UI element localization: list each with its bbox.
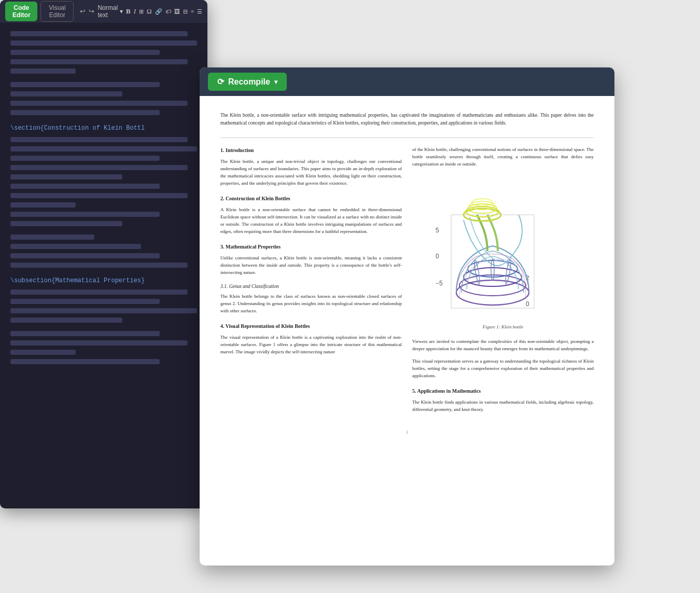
section-2-title: 2. Construction of Klein Bottles [220, 195, 402, 202]
svg-text:0: 0 [526, 300, 529, 308]
table-icon[interactable]: ⊞ [139, 8, 144, 15]
list2-icon[interactable]: ☰ [197, 8, 202, 15]
abstract-text: The Klein bottle, a non-orientable surfa… [220, 112, 594, 127]
redo-icon[interactable]: ↪ [89, 7, 94, 16]
klein-bottle-chart: −4 −2 0 2 0 5 −5 2 0 −2 [436, 173, 570, 319]
section-5-body: The Klein bottle finds applications in v… [412, 399, 594, 413]
link-icon[interactable]: 🔗 [155, 8, 162, 15]
code-line [10, 68, 76, 74]
klein-figure: −4 −2 0 2 0 5 −5 2 0 −2 [412, 173, 594, 331]
list-icon[interactable]: ≡ [191, 8, 194, 15]
code-line [10, 340, 188, 346]
svg-point-25 [505, 259, 512, 284]
code-line [10, 289, 188, 295]
figure-caption: Figure 1: Klein bottle [412, 324, 594, 331]
code-line [10, 174, 122, 180]
visual-editor-panel: ⟳ Recompile ▾ The Klein bottle, a non-or… [200, 67, 614, 566]
section-divider [220, 137, 594, 138]
code-line [10, 221, 122, 226]
code-line [10, 244, 141, 249]
grid-icon[interactable]: ⊟ [183, 8, 188, 15]
section-1-title: 1. Introduction [220, 146, 402, 154]
code-line [10, 263, 188, 268]
svg-text:−2: −2 [470, 318, 477, 319]
code-line [10, 359, 160, 364]
code-line [10, 101, 188, 106]
code-line [10, 50, 160, 55]
italic-icon[interactable]: I [134, 7, 136, 16]
code-line [10, 156, 160, 161]
code-line [10, 308, 197, 313]
tab-code-editor[interactable]: Code Editor [5, 2, 37, 21]
tab-visual-editor[interactable]: Visual Editor [40, 1, 74, 22]
two-column-layout: 1. Introduction The Klein bottle, a uniq… [220, 146, 594, 418]
section-4-body: The visual representation of a Klein bot… [220, 334, 402, 356]
format-dropdown[interactable]: Normal text ▾ [97, 4, 123, 19]
section-4-title: 4. Visual Representation of Klein Bottle… [220, 322, 402, 330]
recompile-label: Recompile [228, 77, 270, 87]
tag-icon[interactable]: 🏷 [165, 8, 171, 15]
refresh-icon: ⟳ [217, 77, 224, 87]
svg-text:−5: −5 [436, 280, 443, 287]
document-content: The Klein bottle, a non-orientable surfa… [200, 96, 614, 566]
right-col-para2: This visual representation serves as a g… [412, 358, 594, 380]
code-line [10, 82, 160, 87]
subsection-label: \subsection{Mathematical Properties} [10, 277, 197, 284]
svg-text:0: 0 [491, 318, 494, 319]
svg-text:2: 2 [511, 318, 515, 319]
section-2-body: A Klein bottle is a non-orientable surfa… [220, 206, 402, 236]
code-line [10, 299, 160, 304]
chevron-down-icon: ▾ [120, 8, 123, 15]
code-line [10, 146, 197, 151]
section-3-title: 3. Mathematical Properties [220, 243, 402, 251]
section-31-body: The Klein bottle belongs to the class of… [220, 293, 402, 315]
right-column: of the Klein bottle, challenging convent… [412, 146, 594, 418]
format-label: Normal text [97, 4, 118, 19]
code-line [10, 184, 160, 189]
section-1-body: The Klein bottle, a unique and non-trivi… [220, 158, 402, 187]
code-line [10, 165, 188, 170]
svg-text:0: 0 [436, 253, 439, 260]
code-line [10, 318, 122, 323]
code-line [10, 91, 122, 96]
editor-toolbar: Code Editor Visual Editor ↩ ↪ Normal tex… [0, 0, 207, 23]
section-label: \section{Construction of Klein Bottl [10, 125, 197, 132]
section-5-title: 5. Applications in Mathematics [412, 387, 594, 395]
code-line [10, 253, 160, 258]
code-line [10, 31, 188, 36]
code-editor-panel: Code Editor Visual Editor ↩ ↪ Normal tex… [0, 0, 207, 508]
code-line [10, 40, 197, 46]
recompile-chevron-icon: ▾ [274, 78, 277, 86]
code-line [10, 331, 160, 336]
code-line [10, 137, 188, 142]
left-column: 1. Introduction The Klein bottle, a uniq… [220, 146, 402, 418]
bold-icon[interactable]: B [126, 7, 131, 16]
svg-point-23 [473, 259, 481, 284]
right-col-para1: Viewers are invited to contemplate the c… [412, 338, 594, 353]
code-line [10, 235, 94, 240]
code-line [10, 212, 160, 217]
svg-text:5: 5 [436, 227, 439, 234]
image-icon[interactable]: 🖼 [174, 8, 180, 15]
right-col-intro: of the Klein bottle, challenging convent… [412, 146, 594, 168]
svg-text:−4: −4 [449, 318, 456, 319]
omega-icon[interactable]: Ω [147, 7, 152, 16]
undo-icon[interactable]: ↩ [80, 7, 86, 16]
section-31-title: 3.1. Genus and Classification [220, 283, 402, 290]
code-line [10, 202, 76, 208]
recompile-bar: ⟳ Recompile ▾ [200, 67, 614, 96]
code-line [10, 350, 76, 355]
recompile-button[interactable]: ⟳ Recompile ▾ [208, 73, 287, 91]
page-number: 1 [220, 429, 594, 436]
code-line [10, 59, 188, 64]
svg-point-15 [459, 275, 526, 296]
editor-content[interactable]: \section{Construction of Klein Bottl \su… [0, 23, 207, 508]
code-line [10, 110, 160, 115]
code-line [10, 193, 188, 198]
section-3-body: Unlike conventional surfaces, a Klein bo… [220, 255, 402, 277]
